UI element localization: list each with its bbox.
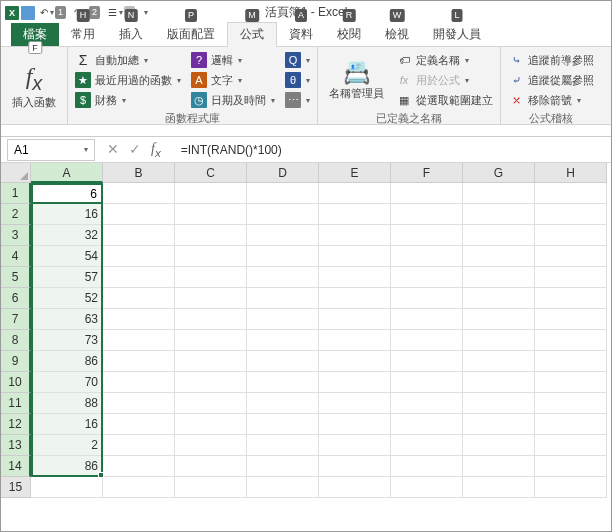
date-time-button[interactable]: ◷日期及時間▾ <box>189 90 277 110</box>
cell[interactable] <box>175 330 247 351</box>
cell[interactable] <box>391 414 463 435</box>
col-header-F[interactable]: F <box>391 163 463 183</box>
insert-function-button[interactable]: fx 插入函數 <box>6 50 62 121</box>
cell[interactable] <box>463 225 535 246</box>
row-header-12[interactable]: 12 <box>1 414 31 435</box>
cell[interactable] <box>463 246 535 267</box>
trace-precedents-button[interactable]: ⤷追蹤前導參照 <box>506 50 596 70</box>
row-header-6[interactable]: 6 <box>1 288 31 309</box>
cell[interactable] <box>247 351 319 372</box>
cell[interactable] <box>319 288 391 309</box>
cell[interactable] <box>247 456 319 477</box>
cell[interactable] <box>175 183 247 204</box>
cell[interactable] <box>319 330 391 351</box>
cell[interactable]: 88 <box>31 393 103 414</box>
cell[interactable] <box>535 330 607 351</box>
row-header-9[interactable]: 9 <box>1 351 31 372</box>
cell[interactable] <box>535 204 607 225</box>
row-header-10[interactable]: 10 <box>1 372 31 393</box>
tab-home[interactable]: 常用H <box>59 23 107 46</box>
row-header-5[interactable]: 5 <box>1 267 31 288</box>
recent-functions-button[interactable]: ★最近用過的函數▾ <box>73 70 183 90</box>
row-header-13[interactable]: 13 <box>1 435 31 456</box>
cell[interactable] <box>391 183 463 204</box>
cell[interactable]: 54 <box>31 246 103 267</box>
financial-button[interactable]: $財務▾ <box>73 90 183 110</box>
cell[interactable] <box>103 330 175 351</box>
cell[interactable] <box>247 477 319 498</box>
qat-undo[interactable]: ↶▾1 <box>37 6 69 19</box>
cell[interactable] <box>103 393 175 414</box>
select-all-corner[interactable] <box>1 163 31 183</box>
cell[interactable] <box>391 246 463 267</box>
cell[interactable] <box>247 435 319 456</box>
cell[interactable] <box>175 267 247 288</box>
cell[interactable] <box>391 225 463 246</box>
cell[interactable] <box>103 225 175 246</box>
tab-developer[interactable]: 開發人員L <box>421 23 493 46</box>
cell[interactable]: 86 <box>31 351 103 372</box>
cell[interactable] <box>319 309 391 330</box>
cell[interactable] <box>103 414 175 435</box>
cell[interactable] <box>535 288 607 309</box>
cell[interactable] <box>103 246 175 267</box>
cell[interactable] <box>103 288 175 309</box>
cell[interactable]: 16 <box>31 414 103 435</box>
tab-review[interactable]: 校閱R <box>325 23 373 46</box>
cell[interactable] <box>535 456 607 477</box>
cell[interactable] <box>175 288 247 309</box>
cell[interactable] <box>247 246 319 267</box>
enter-icon[interactable]: ✓ <box>129 141 141 157</box>
row-header-4[interactable]: 4 <box>1 246 31 267</box>
cell[interactable] <box>175 435 247 456</box>
trace-dependents-button[interactable]: ⤶追蹤從屬參照 <box>506 70 596 90</box>
cell[interactable] <box>463 183 535 204</box>
cell[interactable] <box>247 393 319 414</box>
tab-data[interactable]: 資料A <box>277 23 325 46</box>
cell[interactable] <box>463 204 535 225</box>
tab-view[interactable]: 檢視W <box>373 23 421 46</box>
create-from-selection-button[interactable]: ▦從選取範圍建立 <box>394 90 495 110</box>
cell[interactable] <box>175 309 247 330</box>
cell[interactable] <box>391 372 463 393</box>
col-header-G[interactable]: G <box>463 163 535 183</box>
cell[interactable] <box>391 330 463 351</box>
cell[interactable] <box>103 351 175 372</box>
cell[interactable] <box>103 435 175 456</box>
cell[interactable] <box>463 372 535 393</box>
qat-customize[interactable]: ▾ <box>144 8 148 17</box>
row-header-7[interactable]: 7 <box>1 309 31 330</box>
cell[interactable] <box>463 435 535 456</box>
formula-input[interactable]: =INT(RAND()*100) <box>175 143 611 157</box>
cell[interactable] <box>391 309 463 330</box>
row-header-15[interactable]: 15 <box>1 477 31 498</box>
cell[interactable] <box>535 309 607 330</box>
cell[interactable] <box>391 435 463 456</box>
cell[interactable] <box>463 288 535 309</box>
row-header-1[interactable]: 1 <box>1 183 31 204</box>
cell[interactable] <box>175 351 247 372</box>
cell[interactable] <box>319 456 391 477</box>
row-header-3[interactable]: 3 <box>1 225 31 246</box>
cell[interactable]: 86 <box>31 456 103 477</box>
cell[interactable] <box>175 372 247 393</box>
cell[interactable] <box>103 456 175 477</box>
col-header-H[interactable]: H <box>535 163 607 183</box>
cell[interactable] <box>391 351 463 372</box>
more-functions-button[interactable]: ⋯▾ <box>283 90 312 110</box>
cell[interactable] <box>319 267 391 288</box>
cell[interactable] <box>103 309 175 330</box>
cell[interactable] <box>463 477 535 498</box>
cell[interactable] <box>319 414 391 435</box>
cell[interactable] <box>247 309 319 330</box>
row-header-11[interactable]: 11 <box>1 393 31 414</box>
row-header-14[interactable]: 14 <box>1 456 31 477</box>
cell[interactable]: 32 <box>31 225 103 246</box>
cell[interactable] <box>535 372 607 393</box>
cell[interactable] <box>319 183 391 204</box>
cell[interactable] <box>391 204 463 225</box>
cell[interactable]: 73 <box>31 330 103 351</box>
cell[interactable] <box>463 330 535 351</box>
cell[interactable] <box>463 267 535 288</box>
cell[interactable] <box>463 351 535 372</box>
